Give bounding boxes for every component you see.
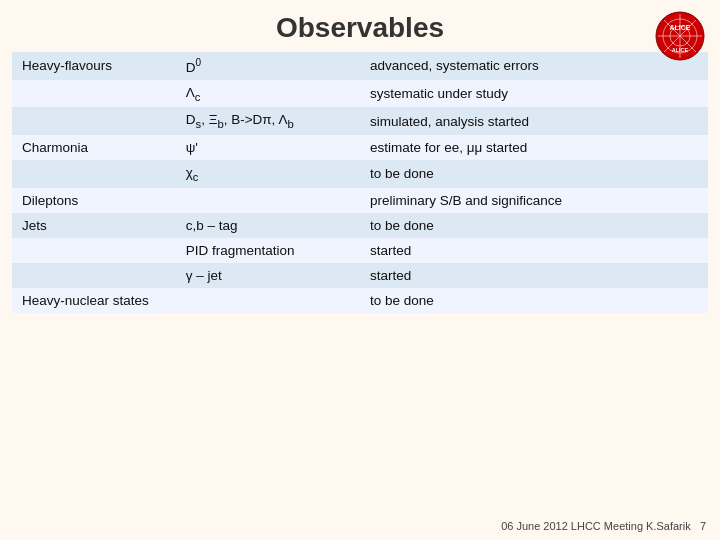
status-cell: to be done — [360, 288, 708, 313]
table-row: Jetsc,b – tagto be done — [12, 213, 708, 238]
particle-cell: ψ' — [176, 135, 360, 160]
category-cell — [12, 80, 176, 108]
table-row: γ – jetstarted — [12, 263, 708, 288]
particle-cell: Λc — [176, 80, 360, 108]
svg-text:ALICE: ALICE — [672, 47, 689, 53]
category-cell: Dileptons — [12, 188, 176, 213]
table-row: Heavy-nuclear statesto be done — [12, 288, 708, 313]
logo: ALICE ALICE — [654, 10, 706, 62]
footer-text: 06 June 2012 LHCC Meeting K.Safarik 7 — [501, 520, 706, 532]
table-row: Charmoniaψ'estimate for ee, μμ started — [12, 135, 708, 160]
status-cell: estimate for ee, μμ started — [360, 135, 708, 160]
table-row: χcto be done — [12, 160, 708, 188]
particle-cell — [176, 288, 360, 313]
status-cell: simulated, analysis started — [360, 107, 708, 135]
table-row: Ds, Ξb, B->Dπ, Λbsimulated, analysis sta… — [12, 107, 708, 135]
table-row: PID fragmentationstarted — [12, 238, 708, 263]
particle-cell: χc — [176, 160, 360, 188]
table-row: Dileptonspreliminary S/B and significanc… — [12, 188, 708, 213]
status-cell: systematic under study — [360, 80, 708, 108]
category-cell — [12, 107, 176, 135]
table-row: Heavy-flavoursD0advanced, systematic err… — [12, 52, 708, 80]
observables-table: Heavy-flavoursD0advanced, systematic err… — [12, 52, 708, 313]
status-cell: started — [360, 263, 708, 288]
table-row: Λcsystematic under study — [12, 80, 708, 108]
particle-cell — [176, 188, 360, 213]
status-cell: preliminary S/B and significance — [360, 188, 708, 213]
category-cell: Jets — [12, 213, 176, 238]
category-cell: Heavy-nuclear states — [12, 288, 176, 313]
page-title: Observables — [0, 0, 720, 52]
status-cell: started — [360, 238, 708, 263]
particle-cell: Ds, Ξb, B->Dπ, Λb — [176, 107, 360, 135]
status-cell: to be done — [360, 213, 708, 238]
particle-cell: γ – jet — [176, 263, 360, 288]
category-cell — [12, 263, 176, 288]
particle-cell: c,b – tag — [176, 213, 360, 238]
category-cell: Heavy-flavours — [12, 52, 176, 80]
particle-cell: PID fragmentation — [176, 238, 360, 263]
status-cell: to be done — [360, 160, 708, 188]
category-cell — [12, 238, 176, 263]
particle-cell: D0 — [176, 52, 360, 80]
category-cell — [12, 160, 176, 188]
category-cell: Charmonia — [12, 135, 176, 160]
